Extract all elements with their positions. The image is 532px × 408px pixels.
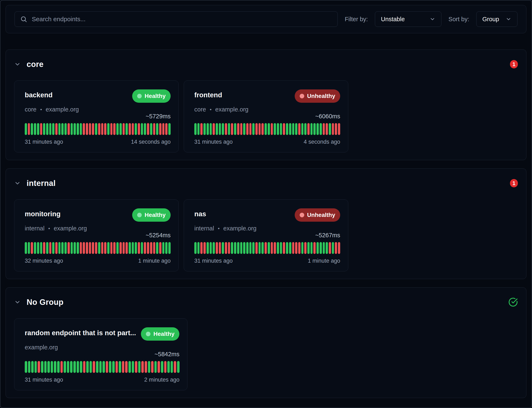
history-bar-up xyxy=(37,123,39,135)
history-bar-up xyxy=(162,242,165,254)
time-start: 31 minutes ago xyxy=(25,377,63,383)
history-bars xyxy=(25,242,171,254)
group-header[interactable]: No Group xyxy=(14,294,518,310)
history-bar-up xyxy=(320,242,322,254)
history-bar-up xyxy=(274,123,276,135)
history-bar-down xyxy=(165,123,167,135)
history-bar-up xyxy=(77,361,79,373)
sort-select[interactable]: Group xyxy=(476,11,517,27)
status-dot-icon xyxy=(300,94,304,98)
history-bar-up xyxy=(310,123,313,135)
dot-separator: • xyxy=(48,226,50,231)
history-bar-up xyxy=(107,123,109,135)
history-bar-up xyxy=(207,123,209,135)
endpoint-card[interactable]: frontend Unhealthy core•example.org ~606… xyxy=(184,80,348,153)
history-bar-up xyxy=(246,242,249,254)
chevron-down-icon xyxy=(14,61,21,68)
history-bar-down xyxy=(49,242,51,254)
history-bar-down xyxy=(104,242,106,254)
history-bar-up xyxy=(234,123,236,135)
history-bar-down xyxy=(138,123,140,135)
history-bar-up xyxy=(64,123,67,135)
history-bar-up xyxy=(52,242,54,254)
history-bar-up xyxy=(161,361,163,373)
endpoint-card[interactable]: nas Unhealthy internal•example.org ~5267… xyxy=(184,199,348,271)
history-bar-up xyxy=(316,242,319,254)
latency-value: ~6060ms xyxy=(194,113,340,120)
history-bar-up xyxy=(165,242,167,254)
sort-by-label: Sort by: xyxy=(449,16,469,23)
history-bar-down xyxy=(249,123,252,135)
history-bar-down xyxy=(145,361,147,373)
history-bar-up xyxy=(28,361,31,373)
unhealthy-count-badge: 1 xyxy=(510,60,518,68)
endpoint-card[interactable]: backend Healthy core•example.org ~5729ms… xyxy=(14,80,179,153)
history-bar-down xyxy=(151,361,154,373)
history-bar-down xyxy=(261,123,264,135)
history-bar-up xyxy=(168,123,171,135)
endpoint-subtitle: example.org xyxy=(25,344,179,351)
history-bar-up xyxy=(210,242,212,254)
history-bar-down xyxy=(80,242,82,254)
group-header[interactable]: core 1 xyxy=(14,56,518,73)
filter-select[interactable]: Unstable xyxy=(375,11,441,27)
search-input[interactable] xyxy=(32,16,332,23)
history-bar-down xyxy=(159,123,161,135)
history-bars xyxy=(25,123,171,135)
history-bar-down xyxy=(122,361,125,373)
endpoint-card[interactable]: random endpoint that is not part... Heal… xyxy=(14,318,187,390)
history-bar-down xyxy=(240,123,242,135)
history-bar-down xyxy=(237,123,239,135)
history-bar-up xyxy=(102,361,105,373)
history-bar-up xyxy=(135,242,137,254)
history-bar-up xyxy=(197,242,200,254)
history-bar-up xyxy=(73,361,76,373)
history-bar-up xyxy=(286,123,288,135)
history-bar-down xyxy=(153,123,155,135)
history-bar-up xyxy=(128,361,131,373)
history-bar-down xyxy=(144,242,146,254)
history-bar-down xyxy=(104,123,106,135)
history-bars xyxy=(194,123,340,135)
history-bar-down xyxy=(338,242,340,254)
endpoint-name: monitoring xyxy=(25,208,60,218)
history-bar-up xyxy=(203,123,206,135)
history-bar-up xyxy=(219,123,221,135)
history-bars xyxy=(25,361,179,373)
history-bar-up xyxy=(237,242,239,254)
history-bar-up xyxy=(210,123,212,135)
chevron-down-icon xyxy=(14,180,21,187)
history-bar-up xyxy=(112,361,115,373)
group-title: No Group xyxy=(27,298,64,307)
dot-separator: • xyxy=(218,226,219,231)
history-bar-down xyxy=(283,242,285,254)
history-bar-down xyxy=(295,242,297,254)
history-bar-down xyxy=(164,361,167,373)
history-bar-down xyxy=(83,361,86,373)
history-bar-down xyxy=(55,123,58,135)
latency-value: ~5254ms xyxy=(25,232,171,239)
history-bar-down xyxy=(93,361,95,373)
history-bar-down xyxy=(123,123,125,135)
endpoint-card[interactable]: monitoring Healthy internal•example.org … xyxy=(14,199,179,271)
subtitle-part: example.org xyxy=(215,106,249,113)
history-bar-up xyxy=(289,123,291,135)
time-end: 1 minute ago xyxy=(138,258,171,264)
history-bar-up xyxy=(25,123,27,135)
group-header[interactable]: internal 1 xyxy=(14,175,518,192)
subtitle-part: core xyxy=(25,106,36,113)
history-bar-up xyxy=(249,242,252,254)
time-start: 31 minutes ago xyxy=(194,258,233,264)
history-bar-down xyxy=(101,123,103,135)
status-badge: Healthy xyxy=(141,327,179,341)
status-badge: Healthy xyxy=(132,89,171,103)
history-bar-down xyxy=(150,242,152,254)
history-bar-up xyxy=(258,242,261,254)
status-dot-icon xyxy=(300,213,304,217)
time-end: 2 minutes ago xyxy=(144,377,180,383)
history-bar-up xyxy=(234,242,236,254)
history-bar-down xyxy=(92,242,94,254)
history-bar-down xyxy=(89,242,91,254)
history-bar-up xyxy=(280,242,282,254)
history-bar-up xyxy=(31,123,33,135)
